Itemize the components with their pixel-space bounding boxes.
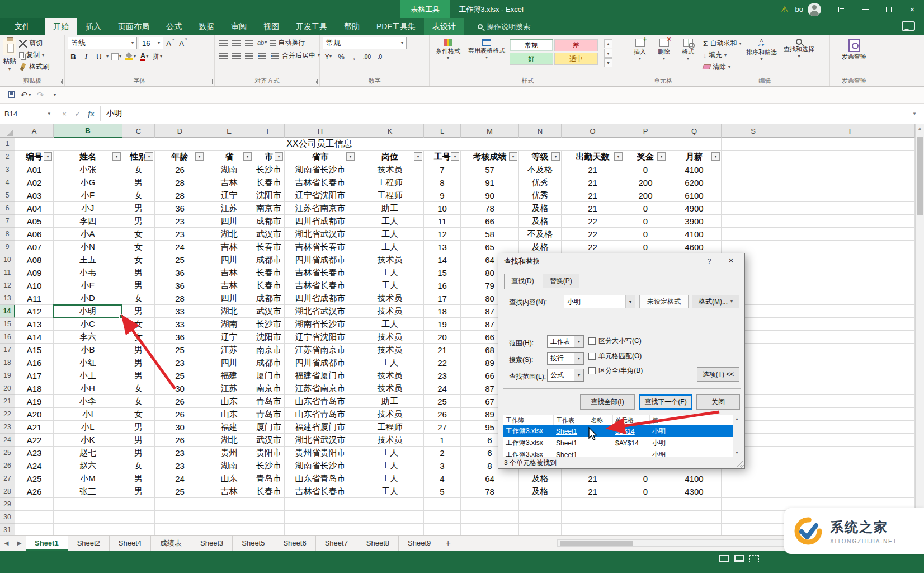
sort-filter-button[interactable]: AZ▼ 排序和筛选 ▾	[744, 37, 779, 77]
grid-cell[interactable]: 四川省成都市	[285, 356, 356, 369]
grid-cell[interactable]: 助工	[356, 202, 424, 215]
grid-cell[interactable]: 吉林	[205, 279, 253, 292]
warning-icon[interactable]: ⚠	[781, 4, 788, 15]
grid-cell[interactable]: 成都市	[253, 215, 285, 228]
grid-cell[interactable]: 小K	[54, 434, 122, 447]
percent-style-button[interactable]: %	[336, 51, 347, 62]
confirm-entry-icon[interactable]: ✓	[71, 110, 84, 118]
grid-cell[interactable]: 91	[461, 176, 519, 189]
grid-cell[interactable]	[624, 511, 667, 524]
decrease-decimal-button[interactable]: .0	[374, 51, 385, 62]
column-header-Q[interactable]: Q	[667, 124, 722, 138]
tab-replace[interactable]: 替换(P)	[543, 274, 579, 288]
sheet-nav-left-icon[interactable]: ◀	[0, 536, 13, 551]
grid-cell[interactable]: 山东省青岛市	[285, 395, 356, 408]
align-middle-button[interactable]	[230, 37, 242, 48]
grid-cell[interactable]	[424, 498, 461, 511]
grid-cell[interactable]: 57	[461, 163, 519, 176]
bold-button[interactable]: B	[68, 51, 79, 62]
grid-cell[interactable]: 27	[424, 421, 461, 434]
find-all-button[interactable]: 查找全部(I)	[580, 394, 635, 410]
grid-cell[interactable]: A15	[15, 344, 54, 356]
grid-cell[interactable]: 女	[122, 331, 155, 344]
grid-cell[interactable]	[205, 511, 253, 524]
grid-cell[interactable]: A13	[15, 318, 54, 331]
grid-cell[interactable]: 武汉市	[253, 434, 285, 447]
sheet-tab-5[interactable]: Sheet3	[191, 536, 233, 551]
ribbon-tab-4[interactable]: 公式	[158, 18, 190, 35]
column-header-L[interactable]: L	[424, 124, 461, 138]
grid-cell[interactable]: 4300	[667, 485, 722, 498]
gallery-down-icon[interactable]: ▼	[604, 49, 612, 58]
chevron-down-icon[interactable]: ▾	[574, 369, 583, 381]
match-cell-checkbox[interactable]: 单元格匹配(O)	[588, 351, 642, 361]
customize-qat-button[interactable]: ▾	[48, 88, 62, 102]
find-what-input[interactable]: 小明 ▾	[564, 295, 635, 308]
grid-cell[interactable]: 10	[424, 202, 461, 215]
grid-cell[interactable]: 男	[122, 369, 155, 382]
chevron-down-icon[interactable]: ▾	[574, 336, 583, 347]
grid-cell[interactable]: 技术员	[356, 331, 424, 344]
grid-cell[interactable]: 4	[424, 472, 461, 485]
format-cells-button[interactable]: 格式 ▾	[677, 37, 699, 77]
grid-cell[interactable]	[785, 447, 915, 459]
fill-button[interactable]: ↓填充▾	[703, 50, 741, 60]
grid-cell[interactable]	[15, 511, 54, 524]
grid-cell[interactable]	[785, 305, 915, 318]
grid-cell[interactable]: 不及格	[519, 228, 562, 241]
grid-cell[interactable]: 贵州	[205, 447, 253, 459]
grid-cell[interactable]: 山东	[205, 472, 253, 485]
grid-cell[interactable]: 年龄▾	[155, 151, 205, 163]
grid-cell[interactable]: 沈阳市	[253, 189, 285, 202]
wrap-text-button[interactable]: 自动换行	[270, 37, 305, 48]
grid-cell[interactable]: 技术员	[356, 163, 424, 176]
grid-cell[interactable]	[722, 228, 785, 241]
grid-cell[interactable]	[667, 524, 722, 535]
italic-button[interactable]: I	[81, 51, 92, 62]
format-button[interactable]: 格式(M)... ▾	[692, 295, 739, 308]
look-in-select[interactable]: 公式 ▾	[547, 369, 584, 382]
grid-cell[interactable]: 湖南省长沙市	[285, 318, 356, 331]
grid-cell[interactable]: 23	[424, 369, 461, 382]
grid-cell[interactable]: 5	[424, 485, 461, 498]
grid-cell[interactable]: 赵六	[54, 459, 122, 472]
grid-cell[interactable]: 吉林	[205, 485, 253, 498]
merge-center-button[interactable]: 合并后居中▾	[282, 50, 320, 61]
page-layout-view-icon[interactable]	[734, 555, 744, 562]
grid-cell[interactable]: 男	[122, 279, 155, 292]
filter-button[interactable]: ▾	[44, 152, 52, 161]
grid-cell[interactable]: 优秀	[519, 189, 562, 202]
grid-cell[interactable]	[461, 511, 519, 524]
grid-cell[interactable]	[424, 524, 461, 535]
grid-cell[interactable]: 男	[122, 356, 155, 369]
grid-cell[interactable]: 男	[122, 421, 155, 434]
gallery-up-icon[interactable]: ▲	[604, 39, 612, 48]
grid-cell[interactable]: 女	[122, 459, 155, 472]
checkbox-icon[interactable]	[588, 353, 596, 360]
grid-cell[interactable]	[667, 138, 722, 151]
grid-cell[interactable]: 男	[122, 266, 155, 279]
grid-cell[interactable]	[722, 524, 785, 535]
grid-cell[interactable]: 200	[624, 176, 667, 189]
grid-cell[interactable]: 21	[424, 344, 461, 356]
grid-cell[interactable]: 湖南省长沙市	[285, 459, 356, 472]
filter-button[interactable]: ▾	[657, 152, 666, 161]
grid-cell[interactable]	[356, 511, 424, 524]
sheet-tab-7[interactable]: Sheet6	[274, 536, 315, 551]
grid-cell[interactable]: 200	[624, 189, 667, 202]
accounting-format-button[interactable]: ¥▾	[323, 51, 334, 62]
grid-cell[interactable]: 小G	[54, 176, 122, 189]
grid-cell[interactable]: 25	[155, 253, 205, 266]
grid-cell[interactable]	[15, 524, 54, 535]
grid-cell[interactable]: 辽宁省沈阳市	[285, 331, 356, 344]
scroll-up-icon[interactable]: ▲	[733, 415, 741, 423]
grid-cell[interactable]: 15	[424, 266, 461, 279]
grid-cell[interactable]: 沈阳市	[253, 331, 285, 344]
grid-cell[interactable]: 7	[424, 163, 461, 176]
grid-cell[interactable]: 四川	[205, 292, 253, 305]
grid-cell[interactable]: 湖南	[205, 459, 253, 472]
filter-button[interactable]: ▾	[551, 152, 560, 161]
redo-button[interactable]: ↷	[34, 88, 47, 102]
grid-cell[interactable]: 王五	[54, 253, 122, 266]
grid-cell[interactable]: 工人	[356, 485, 424, 498]
